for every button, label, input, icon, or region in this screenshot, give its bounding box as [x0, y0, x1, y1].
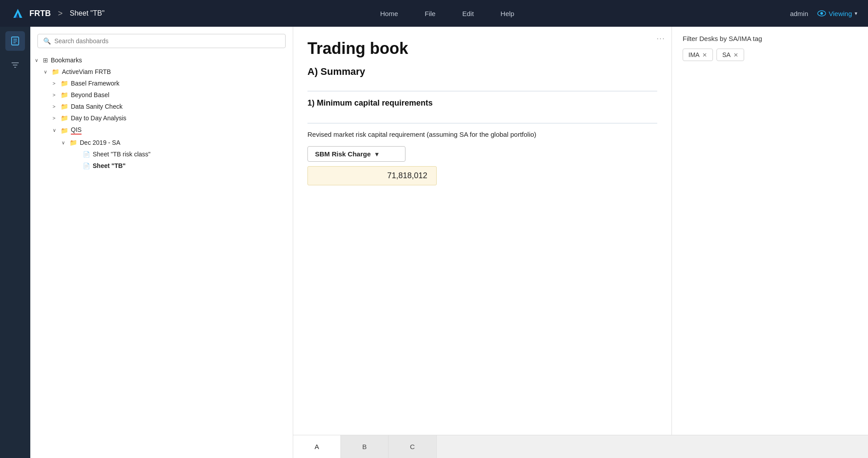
trading-book-panel: ... Trading book A) Summary 1) Minimum c…	[293, 27, 672, 435]
top-navigation: FRTB > Sheet "TB" Home File Edit Help ad…	[0, 0, 868, 27]
main-body: 🔍 ∨ ⊞ Bookmarks ∨ 📁 ActiveViam FRTB	[0, 27, 868, 458]
sidebar-filter-icon[interactable]	[5, 55, 25, 75]
nav-admin-label: admin	[790, 10, 808, 17]
search-icon: 🔍	[43, 37, 51, 45]
tab-a[interactable]: A	[293, 435, 341, 458]
dropdown-arrow-icon: ▾	[375, 151, 378, 158]
tab-b[interactable]: B	[341, 435, 389, 458]
sbm-risk-charge-dropdown[interactable]: SBM Risk Charge ▾	[307, 146, 405, 162]
chevron-daytoday-icon: >	[53, 115, 61, 121]
folder-beyond-icon: 📁	[61, 91, 68, 98]
folder-dec2019-icon: 📁	[70, 139, 77, 146]
content-top: ... Trading book A) Summary 1) Minimum c…	[293, 27, 868, 435]
chevron-down-icon: ▾	[855, 10, 857, 16]
filter-tag-ima-remove[interactable]: ✕	[702, 52, 707, 58]
search-input[interactable]	[54, 37, 280, 45]
folder-datasanity-icon: 📁	[61, 103, 68, 110]
nav-separator: >	[58, 9, 63, 18]
chevron-datasanity-icon: >	[53, 104, 61, 109]
tree-panel: 🔍 ∨ ⊞ Bookmarks ∨ 📁 ActiveViam FRTB	[30, 27, 293, 458]
tree-item-daytoday[interactable]: > 📁 Day to Day Analysis	[30, 112, 293, 124]
tree-label-qis: QIS	[71, 126, 82, 135]
filter-title: Filter Desks by SA/IMA tag	[683, 35, 857, 42]
chevron-bookmarks-icon: ∨	[35, 57, 43, 63]
app-logo-icon	[11, 6, 25, 20]
tree-item-activeviam[interactable]: ∨ 📁 ActiveViam FRTB	[30, 66, 293, 78]
tree-label-sheettbrisk: Sheet "TB risk class"	[93, 151, 151, 158]
chevron-beyond-icon: >	[53, 92, 61, 98]
tree-item-sheettb[interactable]: > 📄 Sheet "TB"	[30, 160, 293, 172]
chevron-basel-icon: >	[53, 81, 61, 86]
tree-item-qis[interactable]: ∨ 📁 QIS	[30, 124, 293, 137]
tab-b-label: B	[362, 443, 367, 450]
chevron-qis-icon: ∨	[53, 127, 61, 133]
revised-market-risk-text: Revised market risk capital requirement …	[307, 131, 657, 138]
folder-qis-icon: 📁	[61, 127, 68, 134]
doc-sheettbrisk-icon: 📄	[83, 151, 90, 158]
dropdown-label: SBM Risk Charge	[315, 150, 371, 158]
filter-tags: IMA ✕ SA ✕	[683, 49, 857, 61]
tree-item-dec2019[interactable]: ∨ 📁 Dec 2019 - SA	[30, 137, 293, 148]
section-1-title: 1) Minimum capital requirements	[307, 98, 657, 108]
icon-sidebar	[0, 27, 30, 458]
folder-daytoday-icon: 📁	[61, 114, 68, 122]
panel-menu-dots[interactable]: ...	[657, 33, 665, 41]
tree-item-datasanity[interactable]: > 📁 Data Sanity Check	[30, 101, 293, 112]
content-area: ... Trading book A) Summary 1) Minimum c…	[293, 27, 868, 458]
nav-file[interactable]: File	[425, 10, 435, 17]
dashboard-icon	[10, 36, 20, 46]
filter-tag-sa-label: SA	[722, 51, 731, 58]
dropdown-row: SBM Risk Charge ▾	[307, 146, 657, 162]
tree-label-datasanity: Data Sanity Check	[71, 103, 123, 110]
tree-label-basel: Basel Framework	[71, 80, 119, 87]
search-bar: 🔍	[30, 27, 293, 53]
viewing-label: Viewing	[829, 10, 852, 17]
svg-point-3	[820, 12, 823, 15]
folder-basel-icon: 📁	[61, 80, 68, 87]
nav-help[interactable]: Help	[500, 10, 514, 17]
chevron-activeviam-icon: ∨	[44, 69, 52, 75]
tree-item-beyond[interactable]: > 📁 Beyond Basel	[30, 89, 293, 101]
section-a-title: A) Summary	[307, 66, 657, 78]
search-input-wrap[interactable]: 🔍	[37, 34, 286, 48]
filter-tag-sa: SA ✕	[717, 49, 744, 61]
divider-line-2	[307, 123, 657, 123]
tree-item-basel[interactable]: > 📁 Basel Framework	[30, 78, 293, 89]
tree-label-dec2019: Dec 2019 - SA	[80, 139, 120, 146]
trading-book-title: Trading book	[307, 39, 657, 58]
tab-a-label: A	[315, 443, 319, 450]
filter-icon	[10, 60, 20, 70]
filter-tag-ima: IMA ✕	[683, 49, 713, 61]
nav-right-section: admin Viewing ▾	[790, 10, 857, 17]
tab-c-label: C	[410, 443, 415, 450]
tree-item-sheettbrisk[interactable]: > 📄 Sheet "TB risk class"	[30, 148, 293, 160]
tree-item-bookmarks[interactable]: ∨ ⊞ Bookmarks	[30, 54, 293, 66]
folder-activeviam-icon: 📁	[52, 68, 59, 75]
folder-bookmarks-icon: ⊞	[43, 57, 48, 64]
tree-label-beyond: Beyond Basel	[71, 91, 109, 98]
filter-tag-ima-label: IMA	[688, 51, 700, 58]
sbm-value-cell: 71,818,012	[307, 166, 437, 185]
nav-viewing-button[interactable]: Viewing ▾	[817, 10, 857, 17]
eye-icon	[817, 10, 826, 16]
tree-label-daytoday: Day to Day Analysis	[71, 114, 127, 122]
filter-tag-sa-remove[interactable]: ✕	[733, 52, 738, 58]
nav-sheet-name: Sheet "TB"	[70, 9, 105, 17]
tree-content: ∨ ⊞ Bookmarks ∨ 📁 ActiveViam FRTB > 📁 Ba…	[30, 53, 293, 458]
sidebar-dashboard-icon[interactable]	[5, 31, 25, 51]
filter-panel: Filter Desks by SA/IMA tag IMA ✕ SA ✕	[672, 27, 868, 435]
nav-brand-section: FRTB > Sheet "TB"	[11, 6, 105, 20]
nav-links: Home File Edit Help	[105, 10, 790, 17]
doc-sheettb-icon: 📄	[83, 163, 90, 169]
bottom-tabs: A B C	[293, 435, 868, 458]
divider-line-1	[307, 91, 657, 91]
nav-brand-name: FRTB	[29, 9, 51, 18]
tree-label-bookmarks: Bookmarks	[51, 57, 82, 64]
tree-label-sheettb: Sheet "TB"	[93, 162, 126, 169]
tab-c[interactable]: C	[389, 435, 437, 458]
tree-label-activeviam: ActiveViam FRTB	[62, 68, 111, 75]
chevron-dec2019-icon: ∨	[61, 140, 70, 146]
nav-edit[interactable]: Edit	[462, 10, 474, 17]
nav-home[interactable]: Home	[380, 10, 398, 17]
